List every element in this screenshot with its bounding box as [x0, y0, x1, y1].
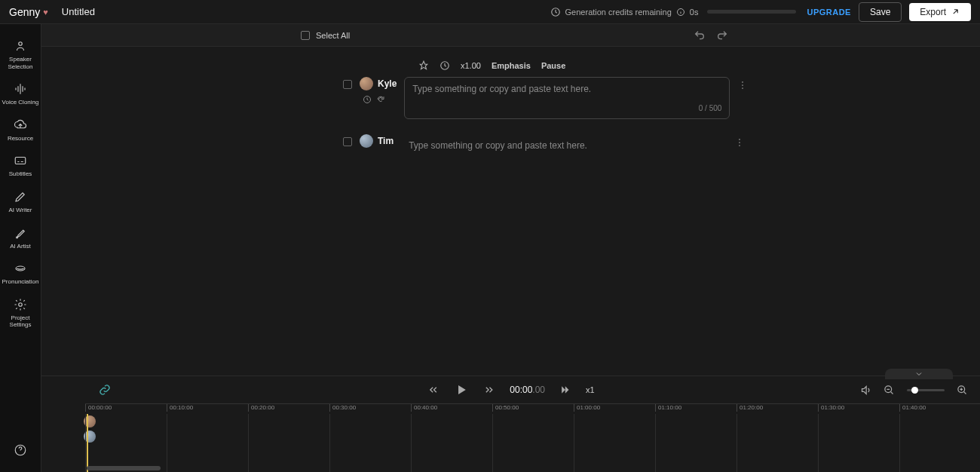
speaker-selection-icon: [14, 39, 27, 53]
volume-icon[interactable]: [860, 385, 871, 396]
sidebar-item-ai-artist[interactable]: AI Artist: [2, 220, 39, 256]
timeline-ruler[interactable]: 00:00:0000:10:0000:20:0000:30:0000:40:00…: [85, 403, 980, 414]
speed-icon[interactable]: [439, 60, 450, 71]
select-all-label[interactable]: Select All: [316, 31, 350, 40]
sidebar-item-speaker-selection[interactable]: Speaker Selection: [2, 33, 39, 76]
svg-point-10: [742, 87, 743, 89]
sidebar-item-resource[interactable]: Resource: [2, 112, 39, 149]
brush-icon: [14, 226, 27, 240]
svg-rect-3: [15, 158, 26, 164]
pause-button[interactable]: Pause: [541, 61, 565, 70]
text-input-box[interactable]: Type something or copy and paste text he…: [404, 77, 730, 119]
ruler-tick: 01:20:00: [737, 404, 763, 412]
upgrade-link[interactable]: UPGRADE: [807, 8, 851, 17]
redo-icon[interactable]: [716, 29, 728, 41]
chevron-down-icon: [914, 369, 923, 379]
pin-icon[interactable]: [418, 60, 429, 71]
playback-speed[interactable]: x1: [586, 385, 595, 394]
sidebar-item-subtitles[interactable]: Subtitles: [2, 148, 39, 184]
speaker-avatar[interactable]: [360, 77, 373, 90]
credits-value: 0s: [690, 8, 699, 17]
fast-forward-icon[interactable]: [560, 385, 571, 395]
track-gridline: [737, 414, 737, 472]
app-logo[interactable]: Genny ♥: [9, 6, 48, 18]
credits-label: Generation credits remaining: [565, 8, 672, 17]
svg-point-2: [19, 42, 23, 46]
clock-icon: [550, 7, 561, 17]
emphasis-button[interactable]: Emphasis: [492, 61, 531, 70]
svg-point-11: [739, 139, 740, 140]
speaker-name[interactable]: Kyle: [378, 78, 397, 89]
track-gridline: [411, 414, 412, 472]
char-counter: 0 / 500: [699, 104, 722, 112]
ruler-tick: 00:40:00: [411, 404, 437, 412]
more-icon[interactable]: [734, 137, 745, 148]
regenerate-icon[interactable]: [376, 95, 385, 104]
sidebar-item-help[interactable]: [2, 437, 39, 463]
text-placeholder: Type something or copy and paste text he…: [409, 140, 719, 151]
timeline-collapse[interactable]: [885, 369, 953, 379]
play-icon[interactable]: [454, 383, 467, 397]
zoom-out-icon[interactable]: [884, 385, 895, 396]
project-title[interactable]: Untitled: [62, 6, 95, 17]
zoom-slider[interactable]: [907, 389, 945, 391]
timecode: 00:00.00: [510, 385, 545, 395]
sidebar-item-voice-cloning[interactable]: Voice Cloning: [2, 76, 39, 112]
sidebar-item-pronunciation[interactable]: Pronunciation: [2, 256, 39, 292]
track-gridline: [248, 414, 249, 472]
sidebar-label: Subtitles: [9, 170, 32, 178]
ruler-tick: 01:10:00: [655, 404, 681, 412]
save-button[interactable]: Save: [859, 2, 902, 22]
sidebar-item-project-settings[interactable]: Project Settings: [2, 292, 39, 335]
more-icon[interactable]: [737, 80, 748, 90]
ruler-tick: 01:00:00: [574, 404, 600, 412]
sidebar-label: Voice Cloning: [2, 99, 39, 106]
speech-block: Tim Type something or copy and paste tex…: [343, 134, 980, 157]
block-checkbox[interactable]: [343, 137, 352, 146]
text-input-box[interactable]: Type something or copy and paste text he…: [401, 134, 727, 157]
ruler-tick: 01:40:00: [899, 404, 926, 412]
sidebar-label: AI Artist: [10, 243, 31, 250]
sidebar-label: AI Writer: [9, 207, 32, 214]
playhead[interactable]: [87, 414, 88, 472]
ruler-tick: 00:20:00: [248, 404, 274, 412]
external-link-icon: [951, 7, 960, 17]
ruler-tick: 00:00:00: [85, 404, 112, 412]
speaker-name[interactable]: Tim: [378, 136, 394, 146]
track-gridline: [818, 414, 819, 472]
track-gridline: [899, 414, 900, 472]
link-icon[interactable]: [99, 384, 111, 396]
ruler-tick: 01:30:00: [818, 404, 844, 412]
select-all-checkbox[interactable]: [301, 31, 310, 40]
timeline-track-area[interactable]: [85, 414, 980, 472]
svg-point-12: [739, 142, 740, 143]
undo-icon[interactable]: [694, 29, 706, 41]
info-icon[interactable]: [676, 8, 685, 17]
zoom-in-icon[interactable]: [957, 385, 968, 396]
timeline-scrollbar[interactable]: [87, 466, 161, 470]
sidebar-item-ai-writer[interactable]: AI Writer: [2, 184, 39, 220]
history-icon[interactable]: [363, 95, 372, 104]
text-placeholder: Type something or copy and paste text he…: [412, 84, 721, 94]
track-gridline: [574, 414, 574, 472]
heart-icon: ♥: [43, 8, 48, 17]
block-checkbox[interactable]: [343, 80, 352, 89]
skip-back-icon[interactable]: [427, 384, 439, 396]
voice-cloning-icon: [14, 82, 27, 96]
export-button[interactable]: Export: [909, 3, 971, 21]
subtitles-icon: [14, 154, 27, 167]
track-gridline: [655, 414, 656, 472]
zoom-handle[interactable]: [911, 387, 918, 394]
ruler-tick: 00:10:00: [167, 404, 193, 412]
track-gridline: [329, 414, 330, 472]
sidebar-label: Resource: [8, 135, 33, 143]
pen-icon: [14, 190, 27, 204]
cloud-upload-icon: [14, 118, 27, 132]
track-gridline: [167, 414, 167, 472]
track-gridline: [85, 414, 86, 472]
svg-point-13: [739, 145, 740, 146]
skip-forward-icon[interactable]: [482, 384, 495, 396]
speed-value[interactable]: x1.00: [461, 61, 481, 70]
logo-text: Genny: [9, 6, 40, 18]
speaker-avatar[interactable]: [360, 134, 373, 148]
